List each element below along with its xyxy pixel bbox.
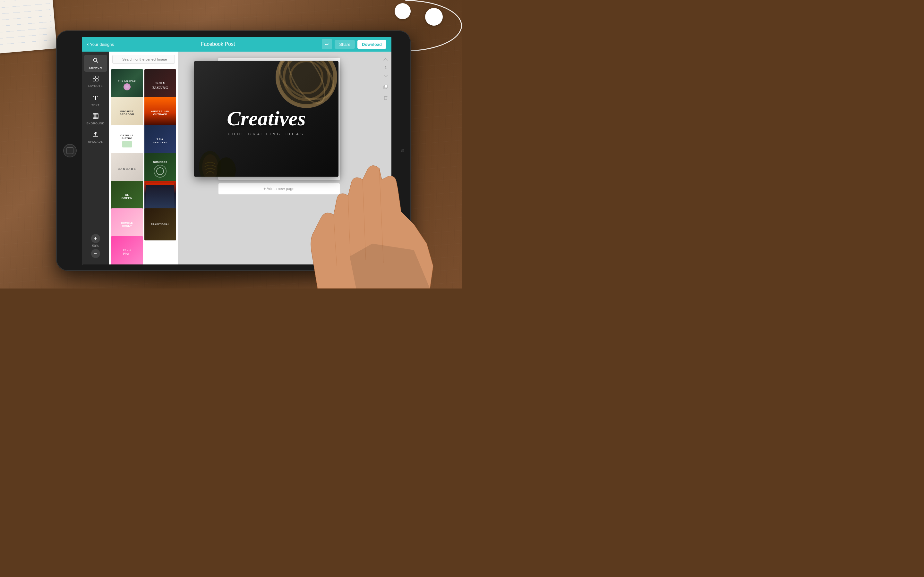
sidebar-search-label: SEARCH [89, 66, 102, 69]
earphone-bud-left [395, 3, 411, 19]
share-button[interactable]: Share [334, 40, 355, 49]
sidebar-uploads-label: UPLOADS [88, 140, 103, 143]
copy-button[interactable] [381, 82, 390, 91]
template-clgreen-text: CLGREEN [111, 181, 143, 213]
template-thailand-text: TRAThailand [144, 125, 176, 157]
templates-panel: THE LILYPAD WineTasting [109, 52, 178, 264]
sidebar: SEARCH LAYOUTS [82, 52, 109, 264]
template-wine-text: WineTasting [144, 69, 176, 101]
back-button[interactable]: ‹ Your designs [87, 41, 114, 47]
zoom-out-button[interactable]: − [91, 249, 100, 258]
template-city[interactable] [144, 181, 176, 213]
overlay-design-card[interactable]: Creatives COOL CRAFTING IDEAS [194, 61, 338, 177]
template-thailand[interactable]: TRAThailand [144, 125, 176, 157]
canvas-area: Creatives COOL CRAFTING IDEAS + Add a ne… [178, 52, 380, 264]
template-lilypad-text: THE LILYPAD [111, 69, 143, 101]
template-lilypad[interactable]: THE LILYPAD [111, 69, 143, 101]
pine-decoration [194, 135, 249, 177]
template-traditional[interactable]: TRADITIONAL [144, 208, 176, 240]
template-pink[interactable]: FloralPink [111, 236, 143, 264]
undo-icon: ↩ [325, 42, 329, 47]
template-humble-text: HumbleHoney [111, 208, 143, 240]
ipad-camera [401, 149, 404, 152]
uploads-icon [93, 131, 99, 139]
svg-rect-5 [96, 79, 98, 81]
template-cascade-text: CASCADE [111, 153, 143, 185]
template-wine[interactable]: WineTasting [144, 69, 176, 101]
main-content: SEARCH LAYOUTS [82, 52, 391, 264]
sidebar-item-text[interactable]: T TEXT [84, 91, 107, 109]
delete-button[interactable] [381, 93, 390, 102]
template-project-text: PROJECTBEDROOM [111, 97, 143, 129]
sidebar-text-label: TEXT [91, 103, 99, 107]
zoom-in-button[interactable]: + [91, 234, 100, 243]
overlay-subtitle: COOL CRAFTING IDEAS [227, 132, 305, 136]
template-humble[interactable]: HumbleHoney [111, 208, 143, 240]
overlay-background: Creatives COOL CRAFTING IDEAS [194, 61, 338, 177]
notebook-lines [0, 0, 53, 51]
sidebar-layouts-label: LAYOUTS [88, 84, 103, 87]
svg-rect-2 [93, 76, 95, 78]
template-business[interactable]: BUSINESS [144, 153, 176, 185]
sidebar-item-layouts[interactable]: LAYOUTS [84, 73, 107, 90]
sidebar-item-uploads[interactable]: UPLOADS [84, 129, 107, 146]
template-project[interactable]: PROJECTBEDROOM [111, 97, 143, 129]
template-city-text [144, 181, 176, 213]
templates-grid: THE LILYPAD WineTasting [109, 67, 178, 264]
top-bar: ‹ Your designs Facebook Post ↩ Share Dow… [82, 37, 391, 52]
template-australia-text: AustralianOutback [144, 97, 176, 129]
text-icon: T [93, 94, 98, 102]
template-cascade[interactable]: CASCADE [111, 153, 143, 185]
background-icon [93, 113, 99, 121]
sidebar-item-background[interactable]: BKGROUND [84, 111, 107, 127]
template-pink-text: FloralPink [111, 236, 143, 264]
notebook-decoration [0, 0, 57, 54]
ipad-screen: ‹ Your designs Facebook Post ↩ Share Dow… [82, 37, 391, 264]
download-button[interactable]: Download [357, 40, 386, 49]
earphone-bud-right [425, 8, 443, 26]
svg-rect-4 [93, 79, 95, 81]
svg-line-1 [96, 61, 98, 63]
ipad-home-button[interactable] [63, 144, 77, 157]
add-page-button[interactable]: + Add a new page [218, 183, 340, 195]
app-container: ‹ Your designs Facebook Post ↩ Share Dow… [82, 37, 391, 264]
zoom-controls: + 50% − [91, 234, 100, 261]
template-ostella-text: OSTELLABISTRO [111, 125, 143, 156]
top-actions: ↩ Share Download [322, 39, 386, 49]
undo-button[interactable]: ↩ [322, 39, 332, 49]
svg-rect-3 [96, 76, 98, 78]
template-business-text: BUSINESS [144, 153, 176, 185]
page-up-button[interactable] [381, 55, 390, 64]
layouts-icon [93, 76, 99, 83]
template-traditional-text: TRADITIONAL [144, 208, 176, 240]
template-clgreen[interactable]: CLGREEN [111, 181, 143, 213]
zoom-percentage: 50% [92, 244, 99, 248]
search-wrapper [112, 55, 175, 64]
page-number: 1 [384, 66, 387, 69]
sidebar-item-search[interactable]: SEARCH [84, 55, 107, 72]
back-label: Your designs [90, 42, 114, 47]
template-ostella[interactable]: OSTELLABISTRO [111, 125, 143, 157]
overlay-title: Creatives [227, 108, 305, 129]
template-australia[interactable]: AustralianOutback [144, 97, 176, 129]
back-chevron-icon: ‹ [87, 41, 89, 47]
search-input[interactable] [112, 55, 175, 64]
search-area [109, 52, 178, 67]
search-icon [93, 57, 99, 65]
ipad-frame: ‹ Your designs Facebook Post ↩ Share Dow… [56, 31, 411, 271]
svg-rect-26 [384, 85, 388, 88]
sidebar-background-label: BKGROUND [87, 122, 105, 125]
app-title: Facebook Post [114, 41, 322, 47]
right-controls: 1 [380, 52, 391, 264]
page-down-button[interactable] [381, 71, 390, 81]
svg-rect-27 [384, 97, 387, 100]
